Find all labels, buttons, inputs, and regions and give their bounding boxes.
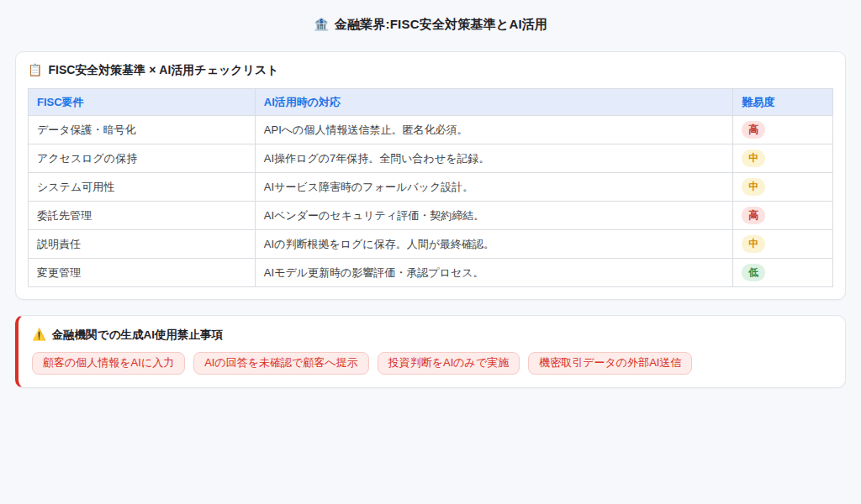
prohibitions-card: ⚠️金融機関での生成AI使用禁止事項 顧客の個人情報をAIに入力 AIの回答を未… (15, 315, 846, 388)
difficulty-badge: 中 (742, 235, 765, 252)
difficulty-badge: 中 (742, 150, 765, 166)
response-cell: AIモデル更新時の影響評価・承認プロセス。 (255, 259, 732, 287)
table-row: 委託先管理 AIベンダーのセキュリティ評価・契約締結。 高 (29, 202, 833, 230)
difficulty-cell: 低 (733, 259, 833, 287)
prohibitions-title-text: 金融機関での生成AI使用禁止事項 (52, 328, 223, 341)
table-row: システム可用性 AIサービス障害時のフォールバック設計。 中 (29, 173, 833, 202)
table-row: 説明責任 AIの判断根拠をログに保存。人間が最終確認。 中 (29, 230, 833, 259)
difficulty-cell: 高 (733, 116, 833, 144)
requirement-cell: 説明責任 (29, 230, 256, 259)
page-title-text: 金融業界:FISC安全対策基準とAI活用 (335, 17, 548, 31)
difficulty-badge: 高 (742, 207, 765, 223)
response-cell: AIベンダーのセキュリティ評価・契約締結。 (255, 202, 732, 230)
table-row: アクセスログの保持 AI操作ログの7年保持。全問い合わせを記録。 中 (29, 144, 833, 173)
table-row: データ保護・暗号化 APIへの個人情報送信禁止。匿名化必須。 高 (29, 116, 833, 144)
requirement-cell: 変更管理 (29, 259, 256, 287)
prohibition-pill: AIの回答を未確認で顧客へ提示 (193, 352, 369, 375)
requirement-cell: システム可用性 (29, 173, 256, 202)
checklist-title-text: FISC安全対策基準 × AI活用チェックリスト (48, 63, 278, 76)
checklist-card: 📋FISC安全対策基準 × AI活用チェックリスト FISC要件 AI活用時の対… (15, 51, 846, 300)
warning-icon: ⚠️ (32, 328, 46, 341)
prohibition-pill-list: 顧客の個人情報をAIに入力 AIの回答を未確認で顧客へ提示 投資判断をAIのみで… (32, 352, 832, 375)
checklist-card-title: 📋FISC安全対策基準 × AI活用チェックリスト (28, 63, 833, 78)
response-cell: APIへの個人情報送信禁止。匿名化必須。 (255, 116, 732, 144)
difficulty-badge: 低 (742, 264, 765, 281)
column-header-requirement: FISC要件 (29, 89, 256, 116)
table-header-row: FISC要件 AI活用時の対応 難易度 (29, 89, 833, 116)
checklist-table: FISC要件 AI活用時の対応 難易度 データ保護・暗号化 APIへの個人情報送… (28, 88, 833, 287)
column-header-difficulty: 難易度 (733, 89, 833, 116)
difficulty-badge: 中 (742, 178, 765, 195)
table-row: 変更管理 AIモデル更新時の影響評価・承認プロセス。 低 (29, 259, 833, 287)
prohibition-pill: 投資判断をAIのみで実施 (378, 352, 520, 375)
requirement-cell: データ保護・暗号化 (29, 116, 256, 144)
bank-icon: 🏦 (314, 17, 330, 31)
requirement-cell: アクセスログの保持 (29, 144, 256, 173)
difficulty-cell: 中 (733, 173, 833, 202)
prohibition-pill: 顧客の個人情報をAIに入力 (32, 352, 185, 375)
prohibition-pill: 機密取引データの外部AI送信 (528, 352, 692, 375)
page-title: 🏦金融業界:FISC安全対策基準とAI活用 (0, 0, 861, 33)
difficulty-cell: 中 (733, 144, 833, 173)
difficulty-badge: 高 (742, 121, 765, 138)
response-cell: AIの判断根拠をログに保存。人間が最終確認。 (255, 230, 732, 259)
requirement-cell: 委託先管理 (29, 202, 256, 230)
response-cell: AI操作ログの7年保持。全問い合わせを記録。 (255, 144, 732, 173)
response-cell: AIサービス障害時のフォールバック設計。 (255, 173, 732, 202)
difficulty-cell: 中 (733, 230, 833, 259)
difficulty-cell: 高 (733, 202, 833, 230)
column-header-response: AI活用時の対応 (255, 89, 732, 116)
prohibitions-title: ⚠️金融機関での生成AI使用禁止事項 (32, 328, 832, 343)
clipboard-icon: 📋 (28, 63, 42, 76)
